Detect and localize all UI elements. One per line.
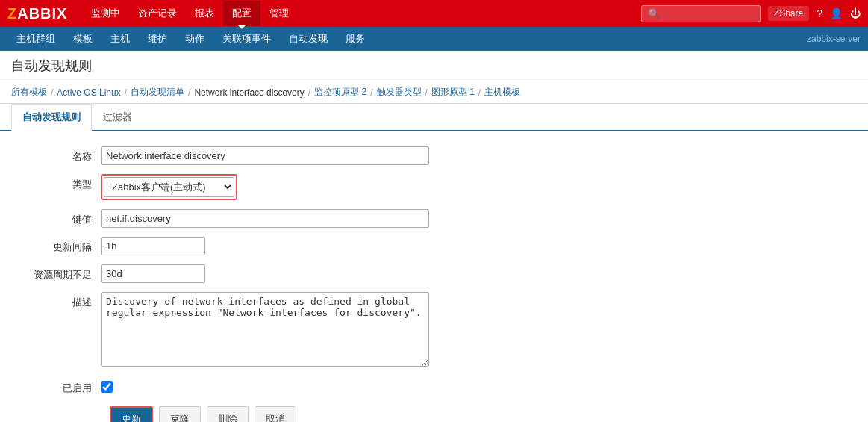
breadcrumb-graph-proto[interactable]: 图形原型 1 (431, 86, 475, 99)
interval-label: 更新间隔 (11, 237, 101, 254)
enabled-control (101, 378, 857, 393)
name-input[interactable] (101, 146, 429, 165)
zshare-button[interactable]: ZShare (768, 6, 809, 21)
type-select[interactable]: Zabbix客户端(主动式) Zabbix客户端 SNMP v1 SNMP v2… (104, 177, 234, 197)
button-row: 更新 克隆 删除 取消 (11, 406, 857, 422)
breadcrumb-discovery-list[interactable]: 自动发现清单 (131, 86, 184, 99)
help-icon[interactable]: ? (817, 7, 822, 19)
form-row-type: 类型 Zabbix客户端(主动式) Zabbix客户端 SNMP v1 SNMP… (11, 174, 857, 200)
power-icon[interactable]: ⏻ (850, 7, 861, 19)
nav-maintenance[interactable]: 维护 (139, 28, 176, 50)
user-icon[interactable]: 👤 (830, 7, 843, 19)
page-title-bar: 自动发现规则 (0, 51, 868, 81)
enabled-label: 已启用 (11, 378, 101, 395)
breadcrumb-active-os[interactable]: Active OS Linux (57, 87, 120, 98)
menu-item-reports[interactable]: 报表 (186, 1, 223, 26)
top-navigation: ZABBIX 监测中 资产记录 报表 配置 管理 ZShare ? 👤 ⏻ (0, 0, 868, 27)
name-label: 名称 (11, 146, 101, 164)
key-input[interactable] (101, 209, 429, 228)
form-row-interval: 更新间隔 (11, 237, 857, 255)
breadcrumb-sep-6: / (425, 87, 428, 98)
type-control: Zabbix客户端(主动式) Zabbix客户端 SNMP v1 SNMP v2… (101, 174, 857, 200)
form-row-enabled: 已启用 (11, 378, 857, 395)
breadcrumb: 所有模板 / Active OS Linux / 自动发现清单 / Networ… (0, 81, 868, 104)
update-button[interactable]: 更新 (110, 406, 153, 422)
nav-services[interactable]: 服务 (337, 28, 374, 50)
tab-filter[interactable]: 过滤器 (92, 104, 143, 131)
nav-actions[interactable]: 动作 (176, 28, 213, 50)
description-label: 描述 (11, 292, 101, 309)
cancel-button[interactable]: 取消 (255, 406, 296, 422)
form-row-name: 名称 (11, 146, 857, 165)
server-name: zabbix-server (807, 34, 861, 44)
menu-item-monitor[interactable]: 监测中 (82, 1, 129, 26)
clone-button[interactable]: 克隆 (159, 406, 201, 422)
menu-item-admin[interactable]: 管理 (260, 1, 298, 26)
key-control (101, 209, 857, 228)
nav-templates[interactable]: 模板 (64, 28, 102, 50)
lifetime-input[interactable] (101, 264, 205, 283)
form-row-description: 描述 Discovery of network interfaces as de… (11, 292, 857, 369)
breadcrumb-host-template[interactable]: 主机模板 (484, 86, 520, 99)
search-input[interactable] (641, 5, 761, 22)
breadcrumb-current: Network interface discovery (194, 87, 304, 98)
delete-button[interactable]: 删除 (207, 406, 249, 422)
form-row-key: 键值 (11, 209, 857, 228)
nav-host-groups[interactable]: 主机群组 (7, 28, 64, 50)
nav-correlations[interactable]: 关联项事件 (213, 28, 280, 50)
nav-discovery[interactable]: 自动发现 (280, 28, 337, 50)
content-area: 名称 类型 Zabbix客户端(主动式) Zabbix客户端 SNMP v1 S… (0, 131, 868, 422)
second-navigation: 主机群组 模板 主机 维护 动作 关联项事件 自动发现 服务 zabbix-se… (0, 27, 868, 51)
menu-item-assets[interactable]: 资产记录 (129, 1, 186, 26)
breadcrumb-sep-3: / (188, 87, 190, 98)
zabbix-logo: ZABBIX (7, 5, 67, 22)
type-select-wrapper: Zabbix客户端(主动式) Zabbix客户端 SNMP v1 SNMP v2… (101, 174, 237, 200)
interval-input[interactable] (101, 237, 205, 255)
page-title: 自动发现规则 (11, 57, 857, 75)
enabled-checkbox-wrapper (101, 378, 857, 393)
description-control: Discovery of network interfaces as defin… (101, 292, 857, 369)
breadcrumb-sep-7: / (478, 87, 481, 98)
top-menu: 监测中 资产记录 报表 配置 管理 (82, 1, 640, 26)
breadcrumb-all-templates[interactable]: 所有模板 (11, 86, 47, 99)
type-label: 类型 (11, 174, 101, 191)
lifetime-label: 资源周期不足 (11, 264, 101, 282)
tabs-bar: 自动发现规则 过滤器 (0, 104, 868, 131)
top-right-area: ZShare ? 👤 ⏻ (641, 5, 861, 22)
breadcrumb-sep-2: / (125, 87, 127, 98)
menu-item-config[interactable]: 配置 (223, 1, 260, 26)
breadcrumb-sep-5: / (370, 87, 372, 98)
form-row-lifetime: 资源周期不足 (11, 264, 857, 283)
key-label: 键值 (11, 209, 101, 226)
breadcrumb-sep-1: / (51, 87, 53, 98)
nav-hosts[interactable]: 主机 (102, 28, 139, 50)
breadcrumb-trigger-type[interactable]: 触发器类型 (377, 86, 422, 99)
name-control (101, 146, 857, 165)
interval-control (101, 237, 857, 255)
second-nav-menu: 主机群组 模板 主机 维护 动作 关联项事件 自动发现 服务 (7, 28, 374, 50)
breadcrumb-sep-4: / (308, 87, 310, 98)
enabled-checkbox[interactable] (101, 381, 113, 393)
lifetime-control (101, 264, 857, 283)
description-textarea[interactable]: Discovery of network interfaces as defin… (101, 292, 429, 367)
breadcrumb-item-proto[interactable]: 监控项原型 2 (314, 86, 366, 99)
tab-discovery-rule[interactable]: 自动发现规则 (11, 104, 92, 131)
